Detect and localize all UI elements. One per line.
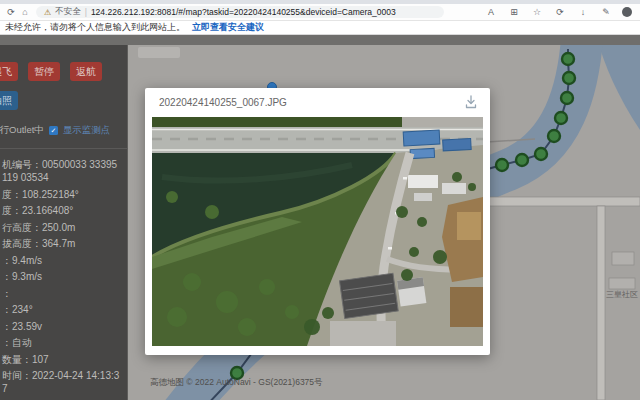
map-building: [612, 252, 634, 265]
browser-toolbar: ⟳ ⌂ ⚠ 不安全 | 124.226.212.192:8081/#/map?t…: [0, 4, 640, 21]
split-screen-icon[interactable]: ⊞: [507, 7, 521, 17]
telemetry-sidebar: 起飞 暂停 返航 拍照 飞行Outlet中 ✓ 显示监测点 机编号：005000…: [0, 45, 128, 400]
security-warning-icon[interactable]: ⚠: [44, 8, 51, 17]
telemetry-row-aircraft-id: 机编号：00500033 33395119 03534: [2, 158, 122, 184]
waypoint-marker[interactable]: [555, 112, 567, 124]
map-attribution: 高德地图 © 2022 AutoNavi - GS(2021)6375号: [150, 377, 323, 387]
map-control-chip: [138, 47, 180, 58]
waypoint-marker[interactable]: [548, 130, 560, 142]
telemetry-row-blank: ：: [2, 287, 122, 300]
telemetry-row-longitude: 度：108.252184°: [2, 188, 122, 201]
sidebar-divider: [0, 148, 127, 149]
downloads-icon[interactable]: ↓: [576, 7, 590, 17]
checkbox-label[interactable]: 显示监测点: [63, 124, 111, 137]
takeoff-button[interactable]: 起飞: [0, 62, 18, 81]
home-icon[interactable]: ⌂: [18, 7, 32, 17]
read-aloud-icon[interactable]: A: [484, 7, 498, 17]
waypoint-marker[interactable]: [561, 92, 573, 104]
telemetry-row-mode: ：自动: [2, 336, 122, 349]
toolbar-right-icons: A ⊞ ☆ ⟳ ↓ ✎: [484, 7, 632, 17]
photo-filename: 20220424140255_0067.JPG: [159, 97, 287, 108]
road-horizontal: [485, 197, 640, 206]
favorites-icon[interactable]: ☆: [530, 7, 544, 17]
telemetry-row-heading: ：234°: [2, 303, 122, 316]
app-viewport: 三皇社区 高德地图 © 2022 AutoNavi - GS(2021)6375…: [0, 35, 640, 400]
road-vertical: [597, 206, 605, 400]
photo-button[interactable]: 拍照: [0, 91, 18, 110]
profile-avatar[interactable]: [622, 7, 632, 17]
waypoint-marker[interactable]: [562, 53, 574, 65]
waypoint-marker[interactable]: [535, 148, 547, 160]
infobar-text: 未经允许，请勿将个人信息输入到此网站上。: [5, 21, 185, 34]
refresh-icon[interactable]: ⟳: [4, 7, 18, 17]
telemetry-row-flight-altitude: 行高度：250.0m: [2, 221, 122, 234]
telemetry-row-voltage: ：23.59v: [2, 320, 122, 333]
download-icon[interactable]: [463, 94, 479, 110]
telemetry-row-photo-count: 数量：107: [2, 353, 122, 366]
photo-modal: 20220424140255_0067.JPG: [145, 88, 490, 355]
infobar-link[interactable]: 立即查看安全建议: [192, 21, 264, 34]
checkbox-icon[interactable]: ✓: [49, 126, 58, 135]
url-separator: |: [85, 7, 87, 17]
telemetry-row-latitude: 度：23.166408°: [2, 204, 122, 217]
telemetry-row-elevation: 拔高度：364.7m: [2, 237, 122, 250]
return-home-button[interactable]: 返航: [70, 62, 102, 81]
telemetry-list: 机编号：00500033 33395119 03534 度：108.252184…: [0, 158, 122, 400]
telemetry-row-horizontal-speed: ：9.4m/s: [2, 254, 122, 267]
status-text: 飞行Outlet中: [0, 124, 44, 137]
waypoint-marker[interactable]: [516, 154, 528, 166]
security-label: 不安全: [55, 6, 81, 18]
telemetry-row-vertical-speed: ：9.3m/s: [2, 270, 122, 283]
action-buttons: 起飞 暂停 返航: [0, 62, 127, 81]
app-header-bar: [0, 35, 640, 45]
pause-button[interactable]: 暂停: [28, 62, 60, 81]
map-area-label: 三皇社区: [606, 290, 638, 299]
status-row: 飞行Outlet中 ✓ 显示监测点: [0, 124, 127, 137]
aerial-photo: [152, 117, 483, 346]
edit-icon[interactable]: ✎: [599, 7, 613, 17]
waypoint-marker[interactable]: [563, 72, 575, 84]
browser-infobar: 未经允许，请勿将个人信息输入到此网站上。 立即查看安全建议: [0, 21, 640, 35]
address-bar[interactable]: ⚠ 不安全 | 124.226.212.192:8081/#/map?taski…: [36, 6, 444, 18]
waypoint-marker[interactable]: [496, 159, 508, 171]
history-icon[interactable]: ⟳: [553, 7, 567, 17]
aerial-photo-image: [152, 117, 483, 346]
telemetry-row-capture-time: 时间：2022-04-24 14:13:37: [2, 369, 122, 395]
url-text[interactable]: 124.226.212.192:8081/#/map?taskid=202204…: [91, 7, 396, 17]
map-building: [609, 278, 635, 289]
